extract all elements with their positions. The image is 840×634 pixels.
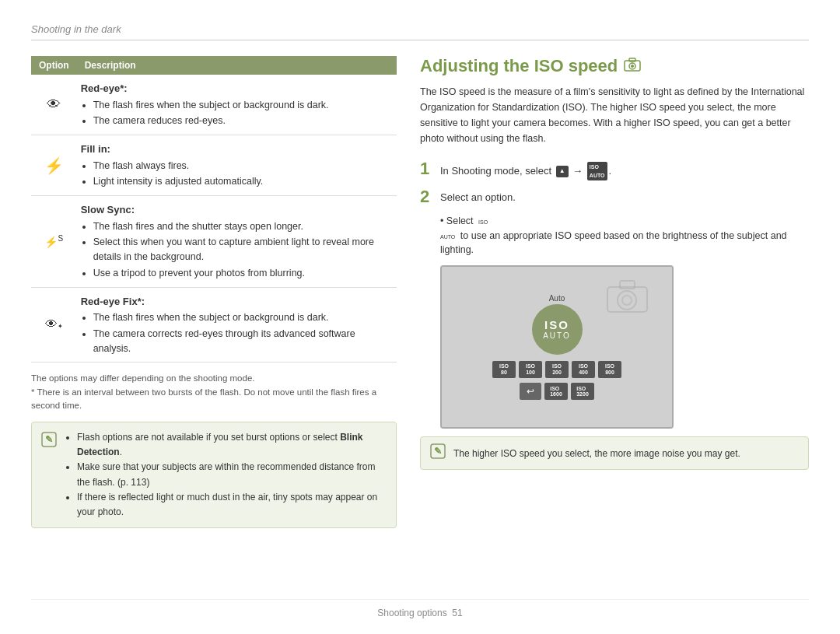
right-column: Adjusting the ISO speed The ISO speed is… bbox=[420, 56, 809, 593]
options-table: Option Description 👁 Red-eye*: The flash… bbox=[31, 56, 397, 363]
svg-point-9 bbox=[622, 296, 632, 305]
svg-text:✎: ✎ bbox=[45, 434, 53, 445]
slow-sync-title: Slow Sync: bbox=[81, 202, 389, 218]
table-row: 👁✦ Red-eye Fix*: The flash fires when th… bbox=[31, 287, 397, 363]
svg-point-7 bbox=[618, 291, 636, 310]
iso-main-button: ISO AUTO bbox=[532, 304, 583, 355]
list-item: Light intensity is adjusted automaticall… bbox=[93, 174, 389, 189]
info-box-text: Flash options are not available if you s… bbox=[65, 430, 387, 520]
camera-watermark-icon bbox=[606, 278, 649, 324]
red-eye-title: Red-eye*: bbox=[81, 81, 389, 96]
slow-sync-desc: Slow Sync: The flash fires and the shutt… bbox=[77, 196, 397, 288]
footer-page: 51 bbox=[452, 608, 462, 618]
iso-auto-small-icon: ISOAUTO bbox=[440, 219, 488, 240]
list-item: The flash always fires. bbox=[93, 159, 389, 173]
list-item: Select this when you want to capture amb… bbox=[93, 235, 389, 264]
camera-screen: Auto ISO AUTO ISO80 ISO100 ISO200 ISO400… bbox=[440, 265, 674, 429]
slow-sync-icon: ⚡S bbox=[31, 196, 77, 288]
section-title: Adjusting the ISO speed bbox=[420, 56, 809, 76]
svg-point-5 bbox=[631, 65, 634, 68]
list-item: The flash fires when the subject or back… bbox=[93, 98, 389, 113]
iso-options-row-1: ISO80 ISO100 ISO200 ISO400 ISO800 bbox=[492, 361, 621, 378]
camera-icon bbox=[624, 58, 641, 75]
auto-label: Auto bbox=[549, 294, 565, 303]
auto-sublabel: AUTO bbox=[543, 331, 571, 340]
page-header: Shooting in the dark bbox=[31, 23, 809, 40]
page-footer: Shooting options 51 bbox=[31, 599, 809, 618]
iso-100-btn: ISO100 bbox=[519, 361, 542, 378]
right-info-box: ✎ The higher ISO speed you select, the m… bbox=[420, 436, 809, 470]
table-row: 👁 Red-eye*: The flash fires when the sub… bbox=[31, 75, 397, 135]
fill-in-desc: Fill in: The flash always fires. Light i… bbox=[77, 135, 397, 196]
list-item: Make sure that your subjects are within … bbox=[77, 460, 387, 489]
info-box: ✎ Flash options are not available if you… bbox=[31, 422, 397, 528]
back-button[interactable]: ↩ bbox=[520, 383, 541, 400]
svg-rect-4 bbox=[629, 58, 635, 61]
camera-screen-inner: Auto ISO AUTO ISO80 ISO100 ISO200 ISO400… bbox=[442, 267, 672, 427]
iso-400-btn: ISO400 bbox=[572, 361, 595, 378]
step-2: 2 Select an option. bbox=[420, 187, 809, 207]
list-item: Use a tripod to prevent your photos from… bbox=[93, 266, 389, 281]
note-text: The options may differ depending on the … bbox=[31, 372, 397, 412]
intro-text: The ISO speed is the measure of a film's… bbox=[420, 84, 809, 146]
iso-3200-btn: ISO3200 bbox=[571, 383, 594, 400]
right-info-icon: ✎ bbox=[430, 443, 446, 463]
page-container: Shooting in the dark Option Description … bbox=[0, 0, 840, 634]
red-eye-fix-desc: Red-eye Fix*: The flash fires when the s… bbox=[77, 287, 397, 363]
list-item: If there is reflected light or much dust… bbox=[77, 490, 387, 520]
iso-1600-btn: ISO1600 bbox=[544, 383, 568, 400]
left-column: Option Description 👁 Red-eye*: The flash… bbox=[31, 56, 397, 593]
list-item: The flash fires when the subject or back… bbox=[93, 310, 389, 325]
right-info-text: The higher ISO speed you select, the mor… bbox=[453, 448, 740, 459]
step-1-number: 1 bbox=[420, 159, 434, 179]
col-option: Option bbox=[31, 56, 77, 75]
table-row: ⚡S Slow Sync: The flash fires and the sh… bbox=[31, 196, 397, 288]
iso-80-btn: ISO80 bbox=[492, 361, 516, 378]
mode-icon: ▲ bbox=[556, 166, 569, 177]
iso-800-btn: ISO800 bbox=[598, 361, 621, 378]
step-1: 1 In Shooting mode, select ▲ → ISOAUTO. bbox=[420, 159, 809, 180]
info-icon: ✎ bbox=[41, 432, 57, 451]
table-row: ⚡ Fill in: The flash always fires. Light… bbox=[31, 135, 397, 196]
fill-in-icon: ⚡ bbox=[31, 135, 77, 196]
page-header-title: Shooting in the dark bbox=[31, 23, 121, 35]
fill-in-title: Fill in: bbox=[81, 142, 389, 157]
footer-text: Shooting options bbox=[377, 608, 446, 618]
list-item: The camera reduces red-eyes. bbox=[93, 114, 389, 128]
step-2-number: 2 bbox=[420, 187, 434, 207]
list-item: The flash fires and the shutter stays op… bbox=[93, 219, 389, 234]
section-title-text: Adjusting the ISO speed bbox=[420, 56, 618, 76]
iso-200-btn: ISO200 bbox=[545, 361, 569, 378]
list-item: Flash options are not available if you s… bbox=[77, 430, 387, 460]
red-eye-icon: 👁 bbox=[31, 75, 77, 135]
red-eye-desc: Red-eye*: The flash fires when the subje… bbox=[77, 75, 397, 135]
iso-bottom-area: ↩ ISO1600 ISO3200 bbox=[520, 383, 594, 400]
step-2-bullet: • Select ISOAUTO to use an appropriate I… bbox=[440, 214, 809, 257]
iso-label: ISO bbox=[544, 319, 569, 332]
step-1-text: In Shooting mode, select ▲ → ISOAUTO. bbox=[440, 159, 611, 180]
col-description: Description bbox=[77, 56, 397, 75]
step-2-text: Select an option. bbox=[440, 187, 516, 206]
red-eye-fix-title: Red-eye Fix*: bbox=[81, 294, 389, 310]
svg-text:✎: ✎ bbox=[434, 446, 442, 457]
iso-auto-icon: ISOAUTO bbox=[587, 162, 607, 180]
red-eye-fix-icon: 👁✦ bbox=[31, 287, 77, 363]
list-item: The camera corrects red-eyes through its… bbox=[93, 327, 389, 356]
content-area: Option Description 👁 Red-eye*: The flash… bbox=[31, 56, 809, 593]
